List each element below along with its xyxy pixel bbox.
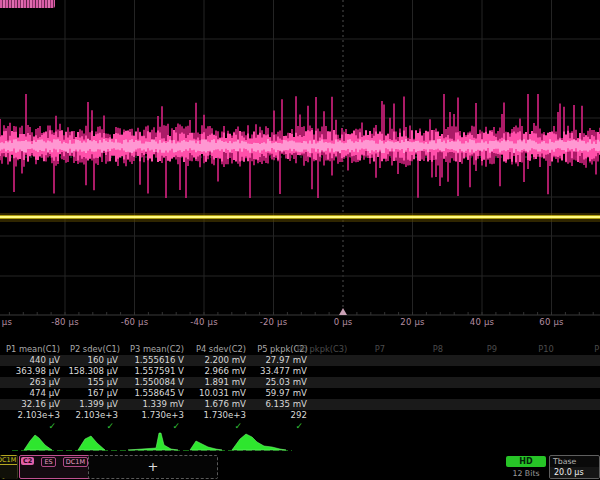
param-header-unused[interactable]: P6 pkpk(C3) <box>294 344 350 355</box>
param-value: 1.557591 V <box>124 366 190 377</box>
param-header-unused[interactable]: P9 <box>464 344 520 355</box>
param-value: 1.399 µV <box>66 399 124 410</box>
c1-scale-value: 0 mV <box>0 477 17 479</box>
param-value: 59.97 mV <box>252 388 313 399</box>
waveform-grid[interactable] <box>0 0 600 316</box>
param-value: 155 µV <box>66 377 124 388</box>
param-value: 158.308 µV <box>66 366 124 377</box>
param-value: 10.031 mV <box>190 388 252 399</box>
param-value: 1.891 mV <box>190 377 252 388</box>
hd-bits-label: 12 Bits <box>506 469 546 478</box>
time-axis-label: -20 µs <box>246 317 302 327</box>
param-value: 263 µV <box>0 377 66 388</box>
time-axis-label: 60 µs <box>524 317 580 327</box>
measurement-table[interactable]: P1 mean(C1)P2 sdev(C1)P3 mean(C2)P4 sdev… <box>0 344 600 432</box>
param-header[interactable]: P2 sdev(C1) <box>66 344 124 355</box>
param-value: 474 µV <box>0 388 66 399</box>
param-header-unused[interactable]: P8 <box>410 344 466 355</box>
descriptor-bar: DC1M 0 mV C2 ES DC1M 10.0 mV + HD 12 Bit… <box>0 454 600 480</box>
channel-c2-descriptor[interactable]: C2 ES DC1M 10.0 mV <box>19 455 97 479</box>
param-value: 1.555616 V <box>124 355 190 366</box>
param-value: 2.103e+3 <box>0 410 66 421</box>
param-value: 2.966 mV <box>190 366 252 377</box>
param-header-unused[interactable]: P10 <box>518 344 574 355</box>
hd-mode-badge: HD <box>506 456 546 467</box>
param-value: 33.477 mV <box>252 366 313 377</box>
time-axis-label: -80 µs <box>37 317 93 327</box>
c2-label: C2 <box>21 457 34 465</box>
time-axis-label: 0 µs <box>315 317 371 327</box>
param-header-unused[interactable]: P11 <box>574 344 600 355</box>
param-value: 2.103e+3 <box>66 410 124 421</box>
time-axis-label: -60 µs <box>107 317 163 327</box>
time-axis-label: 20 µs <box>385 317 441 327</box>
param-value: 1.550084 V <box>124 377 190 388</box>
timebase-value: 20.0 µs <box>550 467 599 478</box>
param-value: 25.03 mV <box>252 377 313 388</box>
param-value: 292 <box>252 410 313 421</box>
param-header[interactable]: P1 mean(C1) <box>0 344 66 355</box>
c1-coupling-badge: DC1M <box>0 455 18 465</box>
param-value: 363.98 µV <box>0 366 66 377</box>
param-value: 1.730e+3 <box>124 410 190 421</box>
param-value: 160 µV <box>66 355 124 366</box>
param-value: 167 µV <box>66 388 124 399</box>
timebase-title: Tbase <box>550 456 599 467</box>
param-header[interactable]: P4 sdev(C2) <box>190 344 252 355</box>
add-trace-button[interactable]: + <box>88 455 218 479</box>
param-value: 6.135 mV <box>252 399 313 410</box>
time-axis-label: -100 µs <box>0 317 24 327</box>
param-value: 32.16 µV <box>0 399 66 410</box>
param-header[interactable]: P3 mean(C2) <box>124 344 190 355</box>
timebase-descriptor[interactable]: Tbase 20.0 µs <box>549 455 600 479</box>
param-header-unused[interactable]: P7 <box>352 344 408 355</box>
channel-c1-descriptor[interactable]: DC1M 0 mV <box>0 455 18 479</box>
param-value: 27.97 mV <box>252 355 313 366</box>
param-value: 1.558645 V <box>124 388 190 399</box>
c2-eres-badge: ES <box>41 457 55 467</box>
param-value: 440 µV <box>0 355 66 366</box>
param-value: 2.200 mV <box>190 355 252 366</box>
param-value: 1.676 mV <box>190 399 252 410</box>
time-axis: -100 µs-80 µs-60 µs-40 µs-20 µs0 µs20 µs… <box>0 317 600 331</box>
param-value: 1.730e+3 <box>190 410 252 421</box>
time-axis-label: 40 µs <box>454 317 510 327</box>
measurement-histicons <box>0 430 600 453</box>
param-value: 1.339 mV <box>124 399 190 410</box>
c2-coupling-badge: DC1M <box>63 457 88 467</box>
oscilloscope-screen: -100 µs-80 µs-60 µs-40 µs-20 µs0 µs20 µs… <box>0 0 600 480</box>
grid-svg <box>0 0 600 316</box>
time-axis-label: -40 µs <box>176 317 232 327</box>
